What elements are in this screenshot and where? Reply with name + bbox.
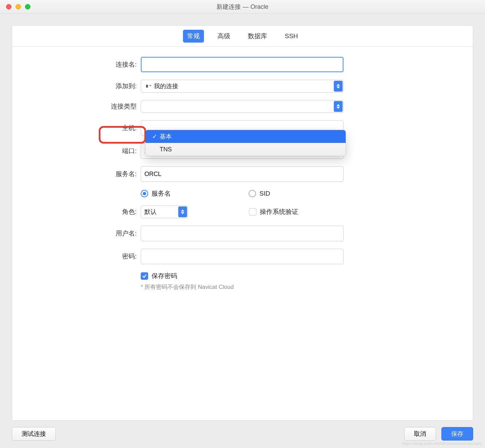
select-add-to-value: 我的连接: [154, 82, 178, 90]
input-password[interactable]: [141, 249, 344, 264]
window-titlebar: 新建连接 — Oracle: [0, 0, 485, 14]
input-conn-name[interactable]: [141, 57, 344, 72]
radio-sid[interactable]: [249, 190, 256, 197]
stepper-icon[interactable]: [334, 101, 343, 112]
checkbox-save-password[interactable]: [141, 272, 148, 280]
label-conn-type: 连接类型: [12, 102, 141, 111]
label-username: 用户名:: [12, 229, 141, 238]
dropdown-item-tns[interactable]: TNS: [145, 143, 346, 156]
check-icon: [152, 133, 160, 140]
select-role-value: 默认: [144, 208, 157, 216]
dropdown-item-tns-label: TNS: [160, 146, 172, 153]
select-role[interactable]: 默认: [141, 205, 188, 218]
select-add-to[interactable]: 我的连接: [141, 80, 344, 93]
test-connection-button[interactable]: 测试连接: [12, 427, 56, 441]
plug-icon: [143, 82, 152, 90]
dialog-panel: 常规 高级 数据库 SSH 连接名: 添加到: 我的连接: [12, 25, 473, 421]
conn-type-dropdown: 基本 TNS: [145, 130, 346, 156]
input-service-name[interactable]: [141, 166, 344, 182]
tab-advanced[interactable]: 高级: [213, 30, 234, 43]
window-title: 新建连接 — Oracle: [0, 3, 485, 11]
save-button[interactable]: 保存: [441, 427, 473, 441]
radio-service-name-label: 服务名: [152, 189, 171, 198]
radio-sid-label: SID: [259, 190, 270, 197]
radio-service-name[interactable]: [141, 190, 148, 197]
tab-general[interactable]: 常规: [183, 30, 204, 43]
label-host: 主机:: [12, 124, 141, 132]
hint-navicat-cloud: * 所有密码不会保存到 Navicat Cloud: [141, 283, 344, 291]
label-service-name: 服务名:: [12, 170, 141, 178]
stepper-icon[interactable]: [178, 206, 187, 217]
label-add-to: 添加到:: [12, 82, 141, 91]
cancel-button[interactable]: 取消: [404, 427, 436, 441]
label-conn-name: 连接名:: [12, 60, 141, 69]
svg-line-0: [149, 85, 152, 87]
checkbox-save-password-label: 保存密码: [152, 272, 177, 280]
label-port: 端口:: [12, 147, 141, 155]
input-username[interactable]: [141, 226, 344, 241]
label-password: 密码:: [12, 252, 141, 261]
tab-ssh[interactable]: SSH: [281, 30, 302, 42]
tab-database[interactable]: 数据库: [244, 30, 271, 43]
checkbox-os-auth-label: 操作系统验证: [260, 207, 298, 216]
checkbox-os-auth[interactable]: [249, 208, 256, 216]
select-conn-type[interactable]: [141, 100, 344, 113]
tab-bar: 常规 高级 数据库 SSH: [12, 26, 473, 47]
dropdown-item-basic[interactable]: 基本: [145, 130, 346, 143]
label-role: 角色:: [12, 207, 141, 216]
watermark-text: https://blog.csdn.net/whowhowhoImportant: [402, 441, 482, 446]
dropdown-item-basic-label: 基本: [160, 132, 172, 141]
stepper-icon[interactable]: [334, 81, 343, 92]
button-bar: 测试连接 取消 保存: [12, 427, 473, 441]
